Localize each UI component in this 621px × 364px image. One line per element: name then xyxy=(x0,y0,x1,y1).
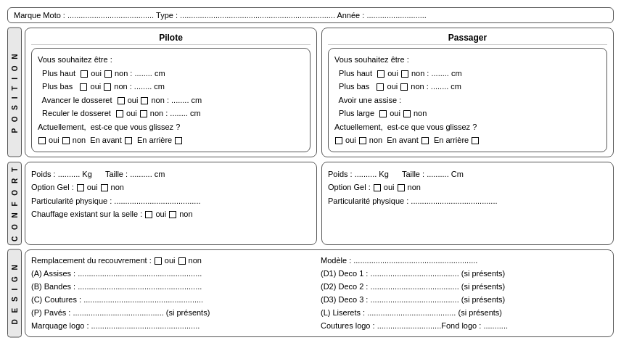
checkbox[interactable] xyxy=(145,211,152,218)
design-box: Remplacement du recouvrement : oui non (… xyxy=(25,249,614,338)
pilote-position-box: Pilote Vous souhaitez être : Plus haut o… xyxy=(25,28,317,157)
pilote-pos-line-5: Actuellement, est-ce que vous glissez ? xyxy=(38,121,304,133)
confort-passager-line-2: Option Gel : oui non xyxy=(328,181,607,194)
checkbox[interactable] xyxy=(80,83,87,91)
pilote-position-inner: Vous souhaitez être : Plus haut oui non … xyxy=(31,48,310,152)
position-section: P O S I T I O N Pilote Vous souhaitez êt… xyxy=(7,28,614,157)
design-line-deco1: (D1) Deco 1 : ..........................… xyxy=(321,268,607,280)
position-cols: Pilote Vous souhaitez être : Plus haut o… xyxy=(25,28,614,157)
checkbox[interactable] xyxy=(169,211,176,218)
design-line-bandes: (B) Bandes : ...........................… xyxy=(31,281,318,293)
checkbox[interactable] xyxy=(421,137,429,144)
pilote-pos-line-1: Plus haut oui non : ........ cm xyxy=(38,67,304,80)
passager-position-box: Passager Vous souhaitez être : Plus haut… xyxy=(321,28,614,157)
pilote-confort-box: Poids : .......... Kg Taille : .........… xyxy=(25,162,317,245)
passager-pos-line-2: Plus bas oui non : ........ cm xyxy=(334,80,601,93)
confort-passager-line-3: Particularité physique : ...............… xyxy=(328,195,607,207)
confort-pilote-line-3: Particularité physique : ...............… xyxy=(31,195,310,207)
checkbox[interactable] xyxy=(359,137,366,144)
passager-pos-line-1: Plus haut oui non : ........ cm xyxy=(334,67,601,80)
confort-cols: Poids : .......... Kg Taille : .........… xyxy=(25,162,614,245)
checkbox[interactable] xyxy=(101,184,108,191)
design-line-paves: (P) Pavés : ............................… xyxy=(31,307,318,319)
design-right: Modèle : ...............................… xyxy=(321,254,607,334)
pilote-pos-line-6: oui non En avant En arrière xyxy=(38,134,304,146)
checkbox[interactable] xyxy=(81,70,88,78)
checkbox[interactable] xyxy=(377,70,384,78)
checkbox[interactable] xyxy=(155,257,162,265)
pilote-pos-line-4: Reculer le dosseret oui non : ........ c… xyxy=(38,107,304,120)
checkbox[interactable] xyxy=(77,184,84,191)
design-line-modele: Modèle : ...............................… xyxy=(321,255,607,267)
confort-label: C O N F O R T xyxy=(7,162,22,245)
top-bar-text: Marque Moto : ..........................… xyxy=(14,11,427,20)
pilote-title: Pilote xyxy=(31,33,310,45)
design-grid: Remplacement du recouvrement : oui non (… xyxy=(31,254,607,334)
passager-position-inner: Vous souhaitez être : Plus haut oui non … xyxy=(328,48,607,152)
design-label: D E S I G N xyxy=(7,249,22,338)
design-line-coutures-logo: Coutures logo : ........................… xyxy=(321,320,607,332)
checkbox[interactable] xyxy=(118,97,125,104)
pilote-intro: Vous souhaitez être : xyxy=(38,54,304,66)
checkbox[interactable] xyxy=(104,70,112,78)
checkbox[interactable] xyxy=(403,110,411,117)
checkbox[interactable] xyxy=(62,137,70,144)
checkbox[interactable] xyxy=(175,137,182,144)
passager-pos-line-4: Plus large oui non xyxy=(334,107,601,120)
checkbox[interactable] xyxy=(140,110,147,117)
confort-pilote-line-2: Option Gel : oui non xyxy=(31,181,310,194)
checkbox[interactable] xyxy=(401,70,408,78)
checkbox[interactable] xyxy=(472,137,479,144)
checkbox[interactable] xyxy=(125,137,132,144)
passager-pos-line-6: oui non En avant En arrière xyxy=(334,134,601,146)
checkbox[interactable] xyxy=(104,83,111,91)
confort-section: C O N F O R T Poids : .......... Kg Tail… xyxy=(7,162,614,245)
checkbox[interactable] xyxy=(335,137,342,144)
checkbox[interactable] xyxy=(141,97,148,104)
checkbox[interactable] xyxy=(398,184,405,191)
design-line-recouvrement: Remplacement du recouvrement : oui non xyxy=(31,255,318,267)
passager-confort-box: Poids : .......... Kg Taille : .........… xyxy=(321,162,614,245)
pilote-pos-line-2: Plus bas oui non : ........ cm xyxy=(38,80,304,93)
design-line-assises: (A) Assises : ..........................… xyxy=(31,268,318,280)
passager-pos-line-3: Avoir une assise : xyxy=(334,94,601,107)
checkbox[interactable] xyxy=(379,110,387,117)
design-line-marquage: Marquage logo : ........................… xyxy=(31,320,318,332)
design-line-deco3: (D3) Deco 3 : ..........................… xyxy=(321,294,607,306)
confort-passager-line-1: Poids : .......... Kg Taille : .........… xyxy=(328,168,607,181)
checkbox[interactable] xyxy=(38,137,46,144)
position-label: P O S I T I O N xyxy=(7,28,22,157)
top-bar: Marque Moto : ..........................… xyxy=(7,7,614,23)
pilote-pos-line-3: Avancer le dosseret oui non : ........ c… xyxy=(38,94,304,107)
checkbox[interactable] xyxy=(374,184,381,191)
checkbox[interactable] xyxy=(400,83,408,91)
confort-pilote-line-4: Chauffage existant sur la selle : oui no… xyxy=(31,208,310,220)
design-section: D E S I G N Remplacement du recouvrement… xyxy=(7,249,614,338)
design-line-deco2: (D2) Deco 2 : ..........................… xyxy=(321,281,607,293)
design-line-coutures: (C) Coutures : .........................… xyxy=(31,294,318,306)
checkbox[interactable] xyxy=(377,83,384,91)
design-line-liserets: (L) Liserets : .........................… xyxy=(321,307,607,319)
passager-title: Passager xyxy=(328,33,607,45)
confort-pilote-line-1: Poids : .......... Kg Taille : .........… xyxy=(31,168,310,181)
passager-intro: Vous souhaitez être : xyxy=(334,54,601,66)
design-left: Remplacement du recouvrement : oui non (… xyxy=(31,254,318,334)
checkbox[interactable] xyxy=(116,110,123,117)
passager-pos-line-5: Actuellement, est-ce que vous glissez ? xyxy=(334,121,601,133)
checkbox[interactable] xyxy=(178,257,186,265)
